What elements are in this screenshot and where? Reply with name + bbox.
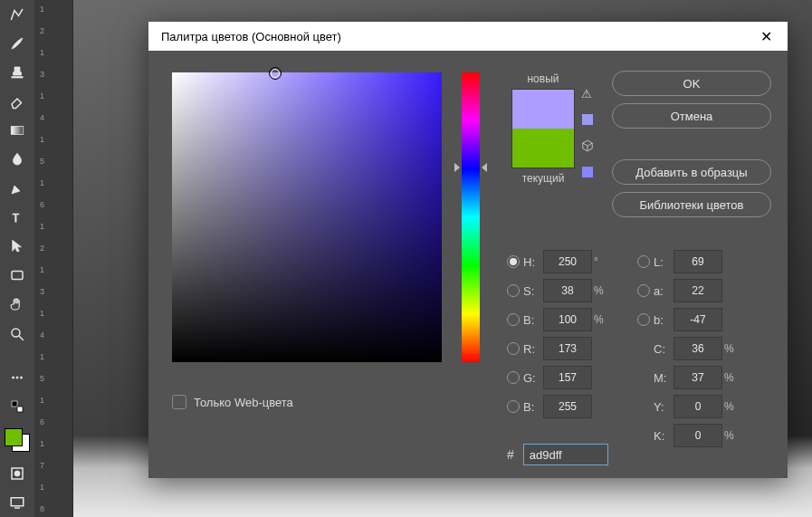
unit-c: % [724, 342, 740, 355]
radio-h[interactable] [507, 255, 520, 268]
label-y: Y: [654, 400, 673, 414]
type-icon[interactable]: T [4, 205, 31, 230]
ruler-label: 1 [40, 48, 44, 57]
label-s: S: [523, 284, 543, 298]
blur-icon[interactable] [4, 147, 31, 172]
radio-l[interactable] [637, 255, 650, 268]
ruler-label: 5 [40, 157, 44, 166]
unit-s: % [594, 284, 610, 297]
color-values-grid: H: ° L: S: % a: B: % b: [507, 250, 760, 447]
label-h: H: [523, 255, 543, 269]
input-y[interactable] [673, 395, 722, 418]
input-h[interactable] [543, 250, 592, 273]
web-colors-label: Только Web-цвета [194, 396, 293, 409]
sv-marker[interactable] [269, 67, 282, 80]
input-m[interactable] [673, 366, 722, 389]
hue-slider[interactable] [462, 72, 480, 362]
cube-icon[interactable] [581, 139, 594, 152]
label-k: K: [654, 429, 673, 443]
web-colors-checkbox[interactable] [172, 395, 186, 409]
svg-rect-13 [11, 498, 24, 506]
saturation-value-field[interactable] [172, 72, 442, 362]
ruler-label: 1 [40, 178, 44, 187]
radio-g[interactable] [507, 371, 520, 384]
label-bc: B: [523, 400, 543, 414]
ruler-label: 1 [40, 352, 44, 361]
label-g: G: [523, 371, 543, 385]
ruler-label: 3 [40, 70, 44, 79]
label-b2: b: [654, 313, 673, 327]
edit-toolbar-icon[interactable] [4, 365, 31, 390]
lasso-poly-icon[interactable] [4, 2, 31, 27]
svg-point-8 [20, 377, 22, 378]
input-a[interactable] [673, 279, 722, 302]
eraser-icon[interactable] [4, 89, 31, 114]
ruler-label: 5 [40, 374, 44, 383]
radio-bv[interactable] [507, 313, 520, 326]
radio-b2[interactable] [637, 313, 650, 326]
gamut-swap-swatch[interactable] [582, 114, 593, 125]
close-icon[interactable]: ✕ [753, 24, 779, 49]
ruler-label: 2 [40, 244, 44, 253]
pen-icon[interactable] [4, 176, 31, 201]
radio-bc[interactable] [507, 400, 520, 413]
input-k[interactable] [673, 424, 722, 447]
radio-a[interactable] [637, 284, 650, 297]
add-swatch-button[interactable]: Добавить в образцы [612, 159, 771, 185]
quickmask-icon[interactable] [4, 461, 31, 486]
input-bv[interactable] [543, 308, 592, 331]
zoom-icon[interactable] [4, 321, 31, 347]
hex-input[interactable] [523, 444, 608, 465]
ruler-label: 8 [40, 504, 44, 513]
svg-rect-3 [12, 272, 23, 280]
cancel-button[interactable]: Отмена [612, 103, 771, 129]
color-preview [511, 89, 575, 168]
gamut-warning-icon[interactable]: ⚠ [581, 87, 594, 100]
input-s[interactable] [543, 279, 592, 302]
gradient-icon[interactable] [4, 118, 31, 143]
hue-indicator-right [482, 163, 487, 172]
input-l[interactable] [673, 250, 722, 273]
default-colors-icon[interactable] [4, 394, 31, 419]
screenmode-icon[interactable] [4, 490, 31, 515]
color-swatches[interactable] [3, 426, 32, 454]
foreground-swatch[interactable] [5, 428, 23, 446]
stamp-icon[interactable] [4, 60, 31, 85]
label-l: L: [654, 255, 673, 269]
rectangle-icon[interactable] [4, 263, 31, 288]
dialog-title: Палитра цветов (Основной цвет) [161, 30, 753, 43]
unit-y: % [724, 400, 740, 413]
ok-button[interactable]: OK [612, 71, 771, 96]
ruler-label: 2 [40, 26, 44, 35]
svg-text:T: T [13, 212, 20, 225]
hand-icon[interactable] [4, 292, 31, 317]
current-color-swatch[interactable] [512, 129, 574, 168]
label-m: M: [654, 371, 673, 385]
ruler-label: 1 [40, 135, 44, 144]
input-r[interactable] [543, 337, 592, 360]
svg-line-5 [19, 336, 24, 340]
path-select-icon[interactable] [4, 234, 31, 259]
new-color-swatch[interactable] [512, 90, 574, 129]
radio-r[interactable] [507, 342, 520, 355]
dialog-titlebar[interactable]: Палитра цветов (Основной цвет) ✕ [148, 22, 788, 51]
svg-point-4 [12, 329, 20, 337]
preview-warning-icons: ⚠ [581, 87, 594, 177]
ruler-label: 6 [40, 417, 44, 426]
svg-point-12 [14, 471, 20, 476]
input-bc[interactable] [543, 395, 592, 418]
ruler-label: 1 [40, 396, 44, 405]
websafe-swap-swatch[interactable] [582, 167, 593, 177]
unit-k: % [724, 429, 740, 442]
svg-rect-9 [12, 401, 17, 407]
radio-s[interactable] [507, 284, 520, 297]
input-g[interactable] [543, 366, 592, 389]
ruler-label: 1 [40, 439, 44, 448]
input-b2[interactable] [673, 308, 722, 331]
brush-icon[interactable] [4, 31, 31, 56]
color-libraries-button[interactable]: Библиотеки цветов [612, 192, 771, 217]
new-color-label: новый [527, 72, 559, 85]
svg-rect-1 [11, 127, 24, 135]
svg-rect-10 [17, 407, 23, 412]
input-c[interactable] [673, 337, 722, 360]
